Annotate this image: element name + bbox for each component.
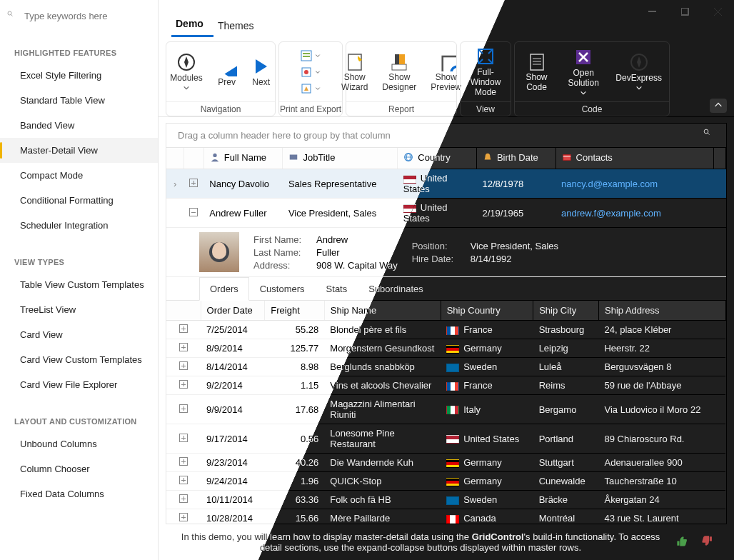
cell-birth: 2/19/1965 [476, 199, 555, 228]
sidebar-item[interactable]: Excel Style Filtering [0, 63, 158, 88]
detail-expander-outer[interactable] [166, 199, 184, 228]
avatar [199, 232, 239, 272]
sidebar-item[interactable]: Table View Custom Templates [0, 272, 158, 297]
order-column-header[interactable]: Order Date [201, 301, 265, 321]
sidebar-item[interactable]: Column Chooser [0, 456, 158, 481]
cell-orderdate: 7/25/2014 [201, 321, 265, 339]
cell-freight: 17.68 [265, 395, 325, 424]
svg-rect-64 [531, 54, 543, 70]
row-expander[interactable] [184, 169, 203, 199]
close-button[interactable] [701, 0, 734, 23]
sidebar-item[interactable]: Standard Table View [0, 88, 158, 113]
cell-orderdate: 9/24/2014 [201, 472, 265, 491]
order-column-header[interactable]: Ship Address [598, 301, 725, 321]
modules-button[interactable]: Modules [163, 48, 209, 96]
cell-shipcity: Strasbourg [533, 321, 599, 339]
sidebar-tree: HIGHLIGHTED FEATURESExcel Style Filterin… [0, 31, 158, 560]
order-expander[interactable] [179, 476, 188, 484]
sidebar-item[interactable]: Conditional Formatting [0, 188, 158, 213]
cell-orderdate: 10/28/2014 [201, 509, 265, 524]
print-option[interactable] [298, 65, 323, 79]
cell-shipname: Die Wandernde Kuh [324, 454, 441, 472]
show-designer-button[interactable]: ShowDesigner [375, 47, 423, 97]
sidebar: HIGHLIGHTED FEATURESExcel Style Filterin… [0, 0, 159, 560]
ribbon-panel-report: ShowWizardShowDesignerShowPreviewReport [346, 41, 457, 116]
column-header[interactable]: Full Name [203, 148, 283, 169]
svg-rect-78 [563, 155, 570, 161]
search-icon[interactable] [703, 129, 715, 142]
svg-marker-70 [637, 56, 641, 68]
cell-shipcountry: Sweden [441, 491, 533, 509]
cell-orderdate: 9/2/2014 [201, 376, 265, 395]
flag-icon [446, 459, 459, 468]
order-expander[interactable] [179, 380, 188, 389]
sidebar-item[interactable]: TreeList View [0, 297, 158, 322]
sidebar-item[interactable]: Banded View [0, 113, 158, 138]
prev-button[interactable]: Prev [210, 52, 244, 92]
cell-orderdate: 9/23/2014 [201, 454, 265, 472]
flag-icon [403, 175, 416, 184]
search-input[interactable] [24, 11, 151, 21]
cell-fullname: Andrew Fuller [203, 199, 283, 228]
email-link[interactable]: andrew.f@example.com [561, 208, 661, 219]
cell-shipcity: Stuttgart [533, 454, 599, 472]
sidebar-item[interactable]: Fixed Data Columns [0, 481, 158, 506]
sidebar-item[interactable]: Card View Custom Templates [0, 347, 158, 372]
flag-icon [446, 382, 459, 391]
detail-tab[interactable]: Customers [249, 277, 316, 300]
devexpress-button[interactable]: DevExpress [608, 48, 669, 96]
sidebar-item[interactable]: Card View [0, 322, 158, 347]
next-button[interactable]: Next [244, 52, 278, 92]
order-expander[interactable] [179, 324, 188, 333]
column-header[interactable]: Contacts [555, 148, 713, 169]
order-expander[interactable] [179, 404, 188, 413]
flag-icon [446, 364, 459, 372]
order-column-header[interactable]: Ship City [533, 301, 599, 321]
detail-tab[interactable]: Orders [199, 277, 249, 301]
open-solution-button[interactable]: Open Solution [558, 43, 608, 101]
cell-orderdate: 9/17/2014 [201, 424, 265, 454]
order-column-header[interactable]: Freight [265, 301, 325, 321]
detail-position: Vice President, Sales [471, 241, 558, 251]
sidebar-item[interactable]: Compact Mode [0, 163, 158, 188]
title-tab[interactable]: Themes [213, 14, 264, 37]
window-buttons [635, 0, 734, 23]
show-code-button[interactable]: Show Code [515, 47, 558, 97]
show-wizard-button[interactable]: ShowWizard [334, 47, 375, 97]
column-header[interactable]: JobTitle [283, 148, 398, 169]
print-option[interactable] [298, 49, 323, 63]
search-box[interactable] [0, 0, 158, 31]
sidebar-item[interactable]: Master-Detail View [0, 138, 158, 163]
ribbon-collapse-button[interactable] [710, 99, 727, 113]
order-expander[interactable] [179, 343, 188, 351]
order-expander[interactable] [179, 457, 188, 466]
detail-lastname: Fuller [316, 247, 340, 258]
thumbs-up-button[interactable] [675, 534, 691, 550]
email-link[interactable]: nancy.d@example.com [561, 179, 658, 189]
cell-email: andrew.f@example.com [555, 199, 713, 228]
title-tab[interactable]: Demo [171, 12, 213, 37]
thumbs-down-button[interactable] [701, 534, 717, 550]
detail-firstname: Andrew [316, 234, 348, 245]
sidebar-item[interactable]: Scheduler Integration [0, 213, 158, 238]
cell-shipcountry: France [441, 376, 533, 395]
print-option[interactable] [298, 81, 323, 96]
order-expander[interactable] [179, 513, 188, 521]
order-expander[interactable] [179, 434, 188, 442]
sidebar-group-title: HIGHLIGHTED FEATURES [0, 44, 158, 63]
detail-expander-outer[interactable]: › [166, 169, 184, 199]
detail-tab[interactable]: Stats [316, 277, 358, 300]
row-expander[interactable] [184, 199, 203, 228]
cell-shipcountry: Sweden [441, 358, 533, 376]
sidebar-item[interactable]: Card View File Explorer [0, 372, 158, 397]
detail-hiredate: 8/14/1992 [471, 254, 512, 264]
cell-shipcountry: Italy [441, 395, 533, 424]
maximize-button[interactable] [668, 0, 701, 23]
sidebar-item[interactable]: Unbound Columns [0, 431, 158, 456]
order-expander[interactable] [179, 361, 188, 370]
cell-email: nancy.d@example.com [555, 169, 713, 199]
order-column-header[interactable]: Ship Country [441, 301, 533, 321]
minimize-button[interactable] [635, 0, 668, 23]
column-header[interactable]: Birth Date [476, 148, 555, 169]
order-expander[interactable] [179, 494, 188, 503]
